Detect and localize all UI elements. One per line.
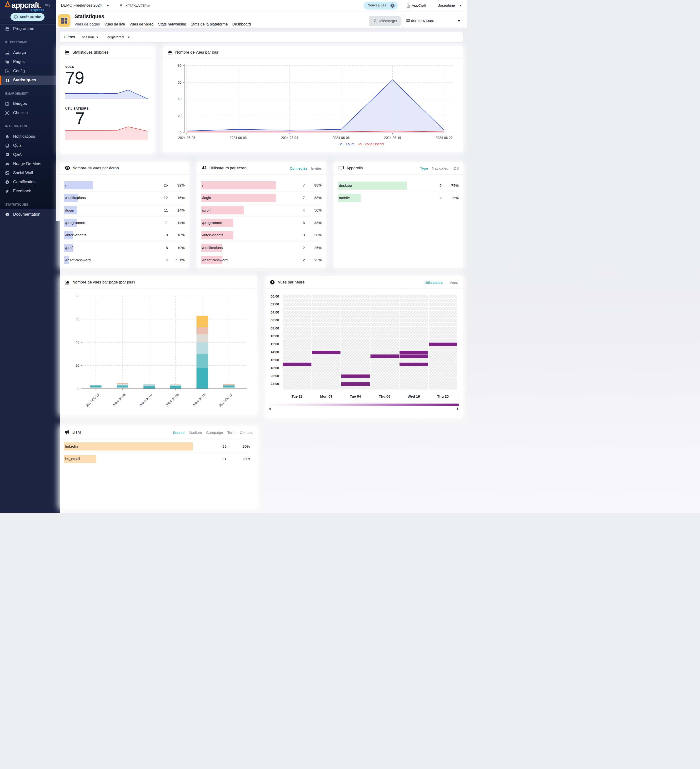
svg-text:2024-06-20: 2024-06-20 xyxy=(435,136,453,140)
svg-text:40: 40 xyxy=(75,340,79,344)
svg-text:40: 40 xyxy=(178,97,181,101)
svg-text:20: 20 xyxy=(75,364,79,367)
svg-text:80: 80 xyxy=(75,294,79,298)
svg-text:?: ? xyxy=(6,144,8,146)
svg-text:?: ? xyxy=(6,213,8,216)
svg-text:60: 60 xyxy=(75,317,79,321)
svg-text:2024-05-28: 2024-05-28 xyxy=(178,136,195,140)
svg-text:2024-06-19: 2024-06-19 xyxy=(384,136,401,140)
svg-text:2024-06-06: 2024-06-06 xyxy=(332,136,350,140)
svg-text:20: 20 xyxy=(178,114,181,118)
svg-text:2024-06-03: 2024-06-03 xyxy=(230,136,247,140)
svg-text:80: 80 xyxy=(178,64,181,68)
svg-text:0: 0 xyxy=(77,387,79,391)
svg-text:0: 0 xyxy=(180,131,181,135)
svg-text:2024-06-04: 2024-06-04 xyxy=(281,136,298,140)
svg-text:60: 60 xyxy=(178,80,181,84)
